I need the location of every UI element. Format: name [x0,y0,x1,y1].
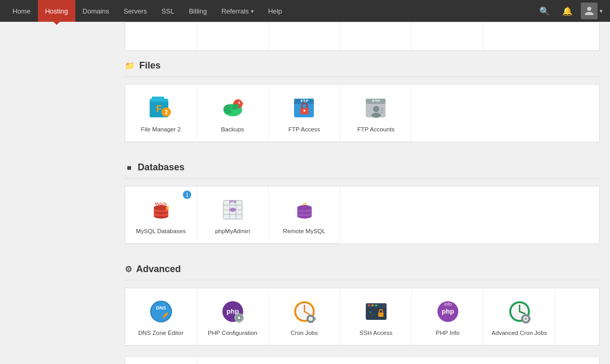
svg-rect-72 [314,318,316,320]
tile-ftp-access[interactable]: FTP FTP Access [269,85,340,142]
tile-advanced-cron-jobs-label: Advanced Cron Jobs [492,329,547,337]
tile-phpmyadmin-label: phpMyAdmin [215,227,250,235]
svg-point-68 [309,317,313,321]
svg-text:2: 2 [164,109,167,115]
files-grid: F 2 File Manager 2 [125,84,600,142]
tile-ftp-accounts-label: FTP Accounts [357,126,394,133]
tile-file-manager-2[interactable]: F 2 File Manager 2 [125,85,197,142]
svg-text:info: info [444,302,452,307]
svg-rect-94 [528,318,531,320]
svg-rect-93 [521,318,523,320]
bottom-partial-grid [125,356,600,364]
nav-help[interactable]: Help [261,0,289,22]
database-icon: ◾ [125,164,134,172]
svg-rect-2 [152,97,164,101]
nav-referrals[interactable]: Referrals ▾ [214,0,261,22]
svg-rect-25 [380,110,383,111]
nav-domains[interactable]: Domains [75,0,116,22]
tile-backups-label: Backups [221,126,244,133]
folder-icon: 📁 [125,61,135,71]
files-divider [125,76,600,77]
svg-rect-26 [380,112,383,113]
svg-point-77 [375,304,377,306]
svg-text:FTP: FTP [300,99,309,103]
tile-dns-zone-editor[interactable]: DNS DNS Zone Editor [125,288,197,345]
svg-text:⇌: ⇌ [302,201,307,207]
tile-mysql-databases[interactable]: 1 MySQL ⚡ MySQL Databases [125,186,197,244]
nav-billing[interactable]: Billing [181,0,214,22]
tile-cron-jobs[interactable]: Cron Jobs [269,288,340,345]
tile-remote-mysql[interactable]: ⇌ Remote MySQL [269,186,340,244]
databases-grid: 1 MySQL ⚡ MySQL Databases [125,186,600,244]
partial-tile-3[interactable] [269,22,340,51]
svg-point-58 [237,317,240,319]
svg-text:⚡: ⚡ [164,205,171,211]
svg-text:FTP: FTP [372,99,380,103]
partial-tile-1[interactable] [125,22,197,51]
svg-rect-70 [310,321,311,323]
tile-dns-zone-editor-label: DNS Zone Editor [138,329,183,337]
top-partial-row [125,22,600,51]
tile-partial-bottom-1[interactable] [125,357,197,364]
user-avatar[interactable] [581,3,598,19]
tile-php-configuration[interactable]: php PHP Configuration [197,288,269,345]
svg-rect-60 [238,320,240,322]
svg-text:php: php [442,307,454,315]
tile-php-info-label: PHP Info [436,329,460,337]
svg-point-76 [372,304,374,306]
tile-mysql-databases-label: MySQL Databases [136,227,185,235]
svg-point-75 [368,304,370,306]
svg-text:F: F [156,104,162,114]
notification-icon[interactable]: 🔔 [556,0,579,22]
tile-ssh-access[interactable]: >_ SSH Access [340,288,412,345]
nav-home[interactable]: Home [5,0,38,22]
svg-text:php: php [229,199,236,204]
tile-ssh-access-label: SSH Access [360,329,392,337]
tile-php-configuration-label: PHP Configuration [208,329,257,337]
svg-text:DNS: DNS [156,305,166,311]
svg-rect-92 [525,321,526,323]
svg-point-90 [524,318,527,320]
svg-rect-69 [310,315,311,317]
databases-section-header: ◾ Databases [125,153,600,178]
main-content: 📁 Files F 2 File Manager 2 [0,51,610,364]
advanced-section-header: ⚙ Advanced [125,254,600,280]
nav-hosting[interactable]: Hosting [38,0,75,22]
svg-point-41 [230,208,236,212]
svg-point-22 [373,106,379,112]
tile-phpmyadmin[interactable]: php phpMyAdmin [197,186,269,244]
svg-rect-62 [242,317,244,319]
search-icon[interactable]: 🔍 [533,0,556,22]
navbar: Home Hosting Domains Servers SSL Billing… [0,0,610,22]
advanced-grid: DNS DNS Zone Editor php PHP Configur [125,288,600,346]
nav-ssl[interactable]: SSL [154,0,182,22]
partial-tile-4[interactable] [340,22,412,51]
tile-php-info[interactable]: php info PHP Info [412,288,484,345]
cog-icon: ⚙ [125,264,132,274]
tile-file-manager-2-label: File Manager 2 [141,126,181,133]
svg-rect-61 [234,317,236,319]
svg-marker-11 [242,103,244,105]
files-section-title: Files [139,60,161,71]
databases-section-title: Databases [138,162,184,173]
svg-point-23 [372,113,381,118]
tile-advanced-cron-jobs[interactable]: Advanced Cron Jobs [484,288,555,345]
user-dropdown-arrow[interactable]: ▾ [598,8,605,15]
tile-remote-mysql-label: Remote MySQL [283,227,326,235]
advanced-section-title: Advanced [136,264,181,275]
svg-point-80 [380,314,381,315]
svg-text:>_: >_ [369,310,374,315]
svg-rect-91 [525,314,526,316]
nav-servers[interactable]: Servers [116,0,154,22]
partial-tile-5[interactable] [412,22,484,51]
svg-point-18 [303,110,306,112]
advanced-divider [125,280,600,280]
mysql-badge: 1 [183,191,191,199]
tile-ftp-access-label: FTP Access [288,126,320,133]
partial-tile-2[interactable] [197,22,269,51]
svg-rect-24 [380,108,383,109]
tile-ftp-accounts[interactable]: FTP FTP Accounts [340,85,412,142]
svg-rect-71 [307,318,309,320]
databases-divider [125,178,600,179]
tile-backups[interactable]: Backups [197,85,269,142]
